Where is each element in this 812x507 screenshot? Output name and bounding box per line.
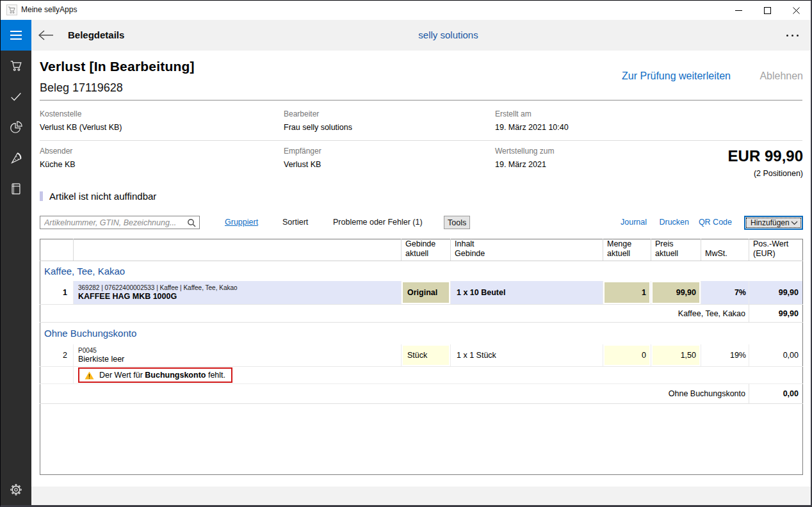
row-number: 2 <box>40 344 74 367</box>
sidebar-item-food[interactable] <box>1 143 31 173</box>
inhalt-cell: 1 x 1 Stück <box>451 344 603 367</box>
group-subtotal-row: Kaffee, Tee, Kakao 99,90 <box>40 305 803 323</box>
tools-button[interactable]: Tools <box>444 216 470 229</box>
validation-error-badge: Der Wert für Buchungskonto fehlt. <box>78 367 232 383</box>
position-row-2[interactable]: 2 P0045 Bierkiste leer Stück 1 x 1 Stück… <box>40 344 803 367</box>
forward-for-review-link[interactable]: Zur Prüfung weiterleiten <box>622 70 731 81</box>
validation-error-row: Der Wert für Buchungskonto fehlt. <box>40 367 803 384</box>
minimize-button[interactable] <box>724 1 753 20</box>
reject-link[interactable]: Ablehnen <box>759 70 803 81</box>
problems-filter-link[interactable]: Probleme oder Fehler (1) <box>333 218 423 227</box>
preis-control[interactable]: 1,50 <box>653 346 699 366</box>
gebinde-control[interactable]: Original <box>403 282 449 303</box>
sidebar-item-tasks[interactable] <box>1 81 31 112</box>
app-name-label: selly solutions <box>418 29 478 40</box>
book-icon <box>9 182 23 196</box>
col-menge[interactable]: Menge aktuell <box>603 239 651 261</box>
note-text: Artikel ist nicht auffindbar <box>49 191 156 202</box>
search-icon[interactable] <box>187 218 196 227</box>
field-kostenstelle: Kostenstelle Verlust KB (Verlust KB) <box>40 109 245 132</box>
page-title: Belegdetails <box>68 29 124 40</box>
inhalt-cell: 1 x 10 Beutel <box>451 281 603 305</box>
footer-strip <box>31 487 811 505</box>
close-button[interactable] <box>782 1 811 20</box>
more-button[interactable] <box>783 29 802 42</box>
sidebar-item-reports[interactable] <box>1 112 31 143</box>
field-wertstellung: Wertstellung zum 19. März 2021 <box>495 147 700 169</box>
field-empfaenger: Empfänger Verlust KB <box>284 147 489 169</box>
document-title: Verlust [In Bearbeitung] <box>40 59 195 74</box>
app-body: Belegdetails selly solutions Verlust [In… <box>1 20 811 505</box>
col-description <box>74 239 402 261</box>
print-link[interactable]: Drucken <box>659 218 689 227</box>
checkmark-icon <box>9 90 23 104</box>
poswert-cell: 0,00 <box>749 344 803 367</box>
preis-cell: 1,50 <box>651 344 701 367</box>
titlebar: Meine sellyApps <box>1 1 811 20</box>
sorted-toggle-link[interactable]: Sortiert <box>282 218 308 227</box>
mwst-cell: 19% <box>701 344 749 367</box>
group-header-row: Kaffee, Tee, Kakao <box>40 261 803 281</box>
divider <box>40 140 802 141</box>
preis-cell: 99,90 <box>651 281 701 305</box>
col-preis[interactable]: Preis aktuell <box>651 239 701 261</box>
journal-link[interactable]: Journal <box>621 218 647 227</box>
add-button[interactable]: Hinzufügen <box>744 216 803 230</box>
col-inhalt[interactable]: Inhalt Gebinde <box>451 239 603 261</box>
table-empty-area <box>40 404 803 475</box>
field-absender: Absender Küche KB <box>40 147 245 169</box>
pizza-slice-icon <box>9 151 23 165</box>
qr-code-link[interactable]: QR Code <box>699 218 732 227</box>
col-poswert[interactable]: Pos.-Wert (EUR) <box>749 239 803 261</box>
col-mwst[interactable]: MwSt. <box>701 239 749 261</box>
col-num <box>40 239 74 261</box>
toolbar: Gruppiert Sortiert Probleme oder Fehler … <box>31 216 811 229</box>
sidebar-item-journal[interactable] <box>1 173 31 204</box>
nav-strip: Belegdetails selly solutions <box>31 20 811 51</box>
article-description: P0045 Bierkiste leer <box>74 344 402 367</box>
caption-buttons <box>724 1 811 20</box>
group-header-row: Ohne Buchungskonto <box>40 323 803 344</box>
menge-control[interactable]: 0 <box>605 346 649 366</box>
divider <box>40 100 802 101</box>
col-gebinde[interactable]: Gebinde aktuell <box>402 239 451 261</box>
search-input[interactable] <box>44 216 185 229</box>
sidebar-item-settings[interactable] <box>1 476 31 504</box>
gear-icon <box>10 483 22 496</box>
total-amount: EUR 99,90 <box>728 147 803 165</box>
mwst-cell: 7% <box>701 281 749 305</box>
app-icon <box>6 4 17 15</box>
gebinde-cell: Stück <box>402 344 451 367</box>
gebinde-control[interactable]: Stück <box>403 346 449 366</box>
poswert-cell: 99,90 <box>749 281 803 305</box>
hamburger-menu-button[interactable] <box>1 20 31 51</box>
position-row-1[interactable]: 1 369282 | 07622400002533 | Kaffee | Kaf… <box>40 281 803 305</box>
more-dots-icon <box>786 35 788 36</box>
grouped-toggle-link[interactable]: Gruppiert <box>225 218 258 227</box>
field-bearbeiter: Bearbeiter Frau selly solutions <box>284 109 489 132</box>
chevron-down-icon <box>791 221 798 225</box>
maximize-button[interactable] <box>753 1 782 20</box>
shopping-cart-icon <box>9 59 23 73</box>
window-title: Meine sellyApps <box>21 5 77 14</box>
row-number: 1 <box>40 281 74 305</box>
preis-control[interactable]: 99,90 <box>653 282 699 303</box>
back-button[interactable] <box>35 25 57 45</box>
menge-control[interactable]: 1 <box>605 282 649 303</box>
field-erstellt-am: Erstellt am 19. März 2021 10:40 <box>495 109 700 132</box>
sidebar-item-cart[interactable] <box>1 51 31 81</box>
search-box <box>40 216 200 229</box>
note-banner: Artikel ist nicht auffindbar <box>40 191 156 202</box>
menge-cell: 1 <box>603 281 651 305</box>
total-positions: (2 Positionen) <box>754 169 803 178</box>
positions-table: Gebinde aktuell Inhalt Gebinde Menge akt… <box>40 239 803 475</box>
gebinde-cell: Original <box>402 281 451 305</box>
document-actions: Zur Prüfung weiterleiten Ablehnen <box>622 70 803 82</box>
document-number: Beleg 17119628 <box>40 81 123 95</box>
menge-cell: 0 <box>603 344 651 367</box>
validation-error-text: Der Wert für Buchungskonto fehlt. <box>99 371 225 380</box>
sidebar <box>1 20 31 505</box>
note-accent-bar <box>40 191 43 201</box>
app-window: Meine sellyApps <box>0 0 812 507</box>
main-content: Verlust [In Bearbeitung] Beleg 17119628 … <box>31 51 811 505</box>
